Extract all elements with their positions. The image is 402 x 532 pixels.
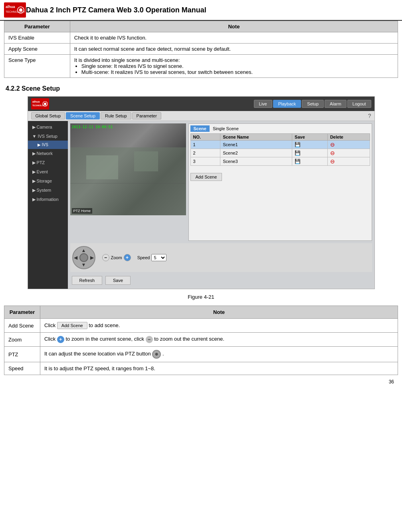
subnav-global-setup-btn[interactable]: Global Setup: [31, 112, 65, 119]
scene-row-3[interactable]: 3 Scene3 💾 ⊖: [190, 157, 370, 166]
nav-live-btn[interactable]: Live: [254, 100, 272, 108]
ptz-icon: ⊕: [152, 350, 161, 359]
scene-del-2[interactable]: ⊖: [327, 149, 370, 157]
param-ptz: PTZ: [4, 347, 40, 362]
scene-table-header: NO. Scene Name Save Delete: [190, 134, 370, 141]
param-speed: Speed: [4, 362, 40, 375]
bottom-col-parameter: Parameter: [4, 306, 40, 319]
page-header: alhua TECHNOLOGY Dahua 2 Inch PTZ Camera…: [0, 0, 402, 21]
param-add-scene: Add Scene: [4, 319, 40, 333]
save-icon: 💾: [295, 150, 301, 156]
sidebar-item-system[interactable]: ▶ System: [28, 186, 68, 195]
list-item: Single scene: It realizes IVS to signel …: [81, 63, 394, 69]
scene-no-3: 3: [190, 157, 220, 166]
scene-save-3[interactable]: 💾: [292, 157, 328, 166]
col-scene-name: Scene Name: [220, 134, 292, 141]
sidebar-item-information[interactable]: ▶ Information: [28, 195, 68, 204]
cam-logo-icon: alhua TECHNOLOGY: [31, 98, 49, 109]
col-save: Save: [292, 134, 328, 141]
table-row: Scene Type It is divided into single sce…: [4, 55, 398, 78]
ptz-ring: ▲ ▼ ◀ ▶: [72, 246, 95, 269]
param-zoom: Zoom: [4, 333, 40, 347]
scene-row-1[interactable]: 1 Scene1 💾 ⊖: [190, 141, 370, 149]
note-scene-type: It is divided into single scene and mult…: [70, 55, 398, 78]
nav-setup-btn[interactable]: Setup: [302, 100, 324, 108]
speed-select[interactable]: 5 1 2 3 4 6 7 8: [151, 254, 166, 261]
table-row: Apply Scene It can select normal scene a…: [4, 44, 398, 55]
speed-label: Speed: [137, 255, 150, 260]
table-row: PTZ It can adjust the scene location via…: [4, 347, 398, 362]
col-note: Note: [70, 21, 398, 32]
save-icon: 💾: [295, 159, 301, 164]
scene-save-1[interactable]: 💾: [292, 141, 328, 149]
list-item: Multi-scene: It realizes IVS to several …: [81, 69, 394, 75]
logo-icon: alhua TECHNOLOGY: [4, 2, 26, 18]
table-row: Zoom Click + to zoom in the current scen…: [4, 333, 398, 347]
add-scene-inline-btn: Add Scene: [57, 322, 87, 329]
zoom-label: Zoom: [111, 255, 122, 260]
ptz-up-arrow[interactable]: ▲: [81, 248, 86, 253]
cam-bottom-buttons: Refresh Save: [70, 274, 372, 286]
scene-table: NO. Scene Name Save Delete 1 Scene1 💾 ⊖: [190, 133, 370, 166]
svg-point-9: [44, 103, 46, 105]
delete-icon: ⊖: [330, 158, 335, 165]
refresh-button[interactable]: Refresh: [72, 276, 103, 285]
section-heading: 4.2.2 Scene Setup: [4, 85, 398, 92]
sidebar-item-ivs-setup[interactable]: ▼ IVS Setup: [28, 132, 68, 141]
note-add-scene: Click Add Scene to add scene.: [40, 319, 398, 333]
sidebar-item-storage[interactable]: ▶ Storage: [28, 177, 68, 186]
table-row: Add Scene Click Add Scene to add scene.: [4, 319, 398, 333]
ptz-right-arrow[interactable]: ▶: [90, 255, 94, 260]
save-button[interactable]: Save: [105, 276, 131, 285]
sidebar-item-ptz[interactable]: ▶ PTZ: [28, 158, 68, 167]
zoom-controls: − Zoom +: [102, 254, 131, 261]
scene-title: Scene: [190, 125, 210, 132]
nav-logout-btn[interactable]: Logout: [347, 100, 371, 108]
sidebar-item-ivs[interactable]: ▶ IVS: [28, 141, 68, 149]
sidebar-item-camera[interactable]: ▶ Camera: [28, 123, 68, 132]
scene-name-3: Scene3: [220, 157, 292, 166]
help-icon[interactable]: ?: [368, 113, 371, 119]
scene-row-2[interactable]: 2 Scene2 💾 ⊖: [190, 149, 370, 157]
dahua-logo: alhua TECHNOLOGY: [4, 2, 26, 18]
cam-sidebar: ▶ Camera ▼ IVS Setup ▶ IVS ▶ Network ▶ P…: [28, 121, 68, 289]
scene-no-1: 1: [190, 141, 220, 149]
nav-alarm-btn[interactable]: Alarm: [325, 100, 347, 108]
note-zoom: Click + to zoom in the current scene, cl…: [40, 333, 398, 347]
nav-playback-btn[interactable]: Playback: [273, 100, 301, 108]
cam-main-area: ▶ Camera ▼ IVS Setup ▶ IVS ▶ Network ▶ P…: [28, 121, 374, 289]
cam-video-panel: 2013-12-11 19:09:51 PTZ Home: [70, 123, 372, 241]
zoom-plus-btn[interactable]: +: [124, 254, 131, 261]
sidebar-item-event[interactable]: ▶ Event: [28, 167, 68, 177]
scene-no-2: 2: [190, 149, 220, 157]
subnav-scene-setup-btn[interactable]: Scene Setup: [66, 112, 100, 119]
zoom-plus-icon: +: [57, 336, 64, 343]
svg-rect-12: [86, 155, 118, 179]
scene-del-1[interactable]: ⊖: [327, 141, 370, 149]
col-delete: Delete: [327, 134, 370, 141]
add-scene-button[interactable]: Add Scene: [190, 173, 222, 181]
svg-text:alhua: alhua: [6, 5, 16, 9]
cam-video-feed: 2013-12-11 19:09:51 PTZ Home: [70, 123, 186, 215]
video-overlay-svg: [70, 123, 186, 215]
scene-del-3[interactable]: ⊖: [327, 157, 370, 166]
svg-text:alhua: alhua: [32, 100, 40, 103]
sidebar-item-network[interactable]: ▶ Network: [28, 149, 68, 158]
ptz-home-label: PTZ Home: [72, 208, 93, 214]
ptz-left-arrow[interactable]: ◀: [74, 255, 77, 260]
cam-scene-panel: Scene Single Scene NO. Scene Name Save D…: [188, 123, 372, 241]
subnav-rule-setup-btn[interactable]: Rule Setup: [101, 112, 131, 119]
scene-name-2: Scene2: [220, 149, 292, 157]
zoom-minus-btn[interactable]: −: [102, 254, 109, 261]
ivs-params-table: Parameter Note IVS Enable Check it to en…: [4, 21, 398, 78]
page-number: 36: [4, 379, 398, 385]
note-speed: It is to adjust the PTZ speed, it ranges…: [40, 362, 398, 375]
subnav-parameter-btn[interactable]: Parameter: [132, 112, 161, 119]
ptz-down-arrow[interactable]: ▼: [81, 262, 86, 268]
ptz-center-btn[interactable]: [79, 253, 88, 262]
note-ivs-enable: Check it to enable IVS function.: [70, 32, 398, 44]
cam-logo-nav: alhua TECHNOLOGY: [31, 98, 49, 109]
scene-save-2[interactable]: 💾: [292, 149, 328, 157]
table-row: IVS Enable Check it to enable IVS functi…: [4, 32, 398, 44]
scene-name-1: Scene1: [220, 141, 292, 149]
